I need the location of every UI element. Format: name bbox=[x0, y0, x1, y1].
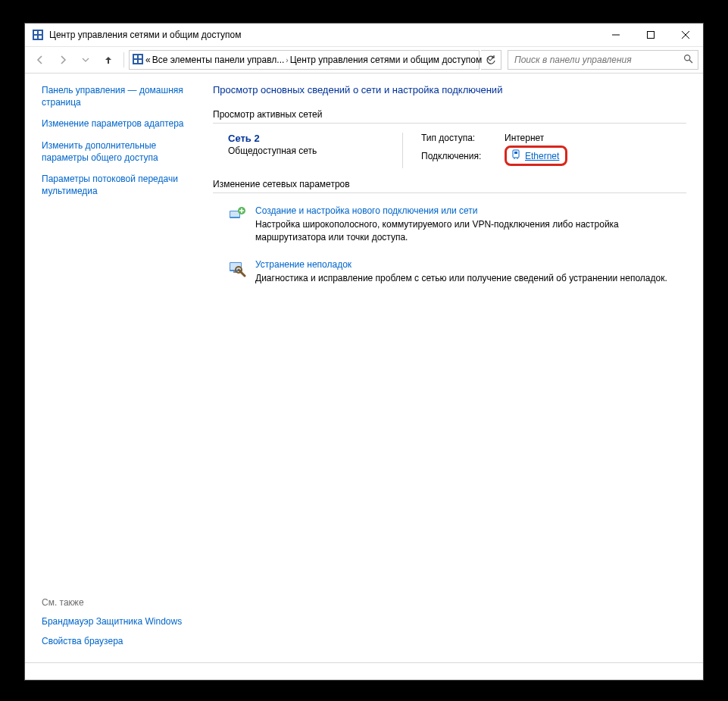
see-also-internet-options[interactable]: Свойства браузера bbox=[42, 635, 199, 647]
statusbar bbox=[25, 662, 703, 680]
sidebar-spacer bbox=[42, 206, 199, 596]
control-panel-icon bbox=[132, 53, 144, 67]
access-type-value: Интернет bbox=[505, 133, 544, 143]
svg-point-14 bbox=[685, 55, 690, 61]
search-icon bbox=[683, 54, 693, 66]
connections-label: Подключения: bbox=[421, 151, 505, 161]
svg-rect-6 bbox=[648, 32, 655, 39]
divider bbox=[213, 192, 686, 193]
svg-rect-3 bbox=[34, 36, 37, 39]
sidebar-link-adapter-settings[interactable]: Изменение параметров адаптера bbox=[42, 117, 199, 130]
svg-line-7 bbox=[682, 31, 689, 39]
minimize-button[interactable] bbox=[598, 23, 633, 46]
active-network: Сеть 2 Общедоступная сеть Тип доступа: И… bbox=[213, 131, 686, 179]
app-icon bbox=[32, 29, 44, 41]
svg-rect-19 bbox=[514, 152, 517, 154]
forward-button[interactable] bbox=[52, 50, 73, 70]
svg-line-15 bbox=[689, 60, 692, 63]
close-button[interactable] bbox=[668, 23, 703, 46]
body: Панель управления — домашняя страница Из… bbox=[25, 74, 703, 662]
nav-separator bbox=[123, 52, 124, 67]
titlebar: Центр управления сетями и общим доступом bbox=[25, 23, 703, 47]
network-type: Общедоступная сеть bbox=[228, 146, 380, 156]
search-input[interactable] bbox=[513, 54, 683, 66]
group-change-settings-title: Изменение сетевых параметров bbox=[213, 179, 686, 189]
svg-rect-4 bbox=[39, 36, 42, 39]
ethernet-icon bbox=[511, 149, 521, 162]
task-troubleshoot: Устранение неполадок Диагностика и испра… bbox=[213, 255, 686, 296]
sidebar-link-media-streaming[interactable]: Параметры потоковой передачи мультимедиа bbox=[42, 173, 199, 197]
task-new-connection: Создание и настройка нового подключения … bbox=[213, 201, 686, 255]
task-new-connection-desc: Настройка широкополосного, коммутируемог… bbox=[255, 218, 686, 244]
svg-rect-2 bbox=[39, 31, 42, 34]
svg-rect-12 bbox=[134, 60, 137, 63]
window-controls bbox=[598, 23, 703, 46]
task-new-connection-link[interactable]: Создание и настройка нового подключения … bbox=[255, 205, 478, 216]
svg-rect-1 bbox=[34, 31, 37, 34]
back-button[interactable] bbox=[30, 50, 51, 70]
chevron-right-icon[interactable]: › bbox=[286, 56, 288, 64]
new-connection-icon bbox=[228, 205, 246, 224]
divider bbox=[213, 123, 686, 124]
see-also-firewall[interactable]: Брандмауэр Защитника Windows bbox=[42, 615, 199, 627]
window-title: Центр управления сетями и общим доступом bbox=[49, 30, 598, 40]
access-type-label: Тип доступа: bbox=[421, 133, 505, 143]
svg-rect-11 bbox=[139, 55, 142, 58]
content: Просмотр основных сведений о сети и наст… bbox=[205, 74, 703, 662]
toolbar: « Все элементы панели управл... › Центр … bbox=[25, 47, 703, 74]
search-box[interactable] bbox=[508, 50, 698, 70]
svg-rect-10 bbox=[134, 55, 137, 58]
breadcrumb-prefix: « bbox=[145, 55, 151, 65]
sidebar: Панель управления — домашняя страница Из… bbox=[25, 74, 205, 662]
network-name: Сеть 2 bbox=[228, 133, 380, 144]
window: Центр управления сетями и общим доступом… bbox=[24, 23, 704, 681]
sidebar-link-sharing-settings[interactable]: Изменить дополнительные параметры общего… bbox=[42, 139, 199, 164]
task-troubleshoot-desc: Диагностика и исправление проблем с сеть… bbox=[255, 272, 686, 285]
network-details: Тип доступа: Интернет Подключения: Ether… bbox=[402, 133, 686, 168]
page-title: Просмотр основных сведений о сети и наст… bbox=[213, 84, 686, 95]
svg-rect-13 bbox=[139, 60, 142, 63]
breadcrumb-item-1[interactable]: Все элементы панели управл... bbox=[152, 55, 285, 65]
refresh-button[interactable] bbox=[481, 50, 501, 70]
network-identity: Сеть 2 Общедоступная сеть bbox=[228, 133, 380, 168]
sidebar-home-link[interactable]: Панель управления — домашняя страница bbox=[42, 84, 199, 108]
recent-dropdown[interactable] bbox=[75, 50, 96, 70]
connection-name: Ethernet bbox=[525, 151, 559, 161]
address-bar[interactable]: « Все элементы панели управл... › Центр … bbox=[129, 50, 480, 70]
breadcrumb-item-2[interactable]: Центр управления сетями и общим доступом bbox=[290, 55, 483, 65]
maximize-button[interactable] bbox=[633, 23, 668, 46]
group-active-networks-title: Просмотр активных сетей bbox=[213, 109, 686, 120]
troubleshoot-icon bbox=[228, 259, 246, 277]
see-also-title: См. также bbox=[42, 597, 199, 608]
task-troubleshoot-link[interactable]: Устранение неполадок bbox=[255, 259, 352, 270]
svg-line-8 bbox=[682, 31, 689, 39]
connection-ethernet-link[interactable]: Ethernet bbox=[505, 146, 567, 166]
sidebar-see-also: См. также Брандмауэр Защитника Windows С… bbox=[42, 597, 199, 655]
up-button[interactable] bbox=[98, 50, 119, 70]
svg-rect-21 bbox=[230, 211, 239, 217]
